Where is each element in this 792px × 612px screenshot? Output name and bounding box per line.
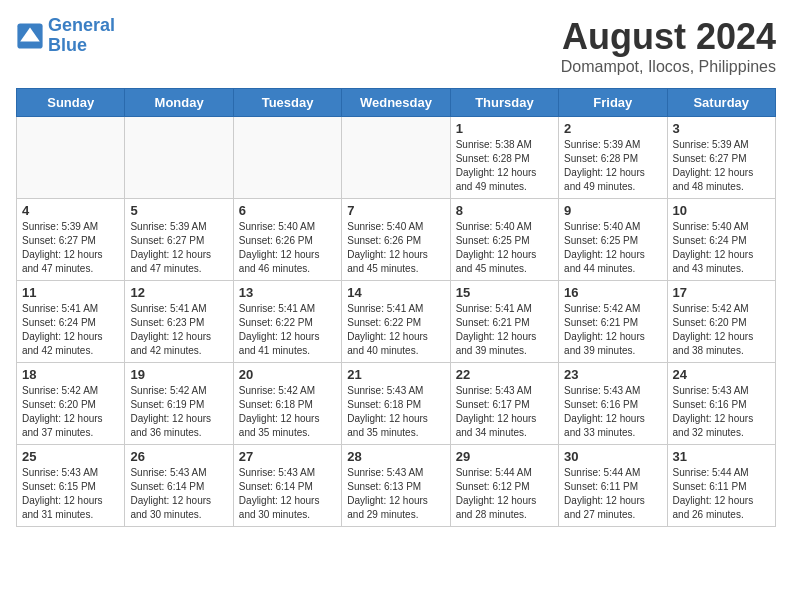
day-number: 28 — [347, 449, 444, 464]
day-info: Sunrise: 5:41 AM Sunset: 6:23 PM Dayligh… — [130, 302, 227, 358]
day-number: 9 — [564, 203, 661, 218]
calendar-cell: 6Sunrise: 5:40 AM Sunset: 6:26 PM Daylig… — [233, 199, 341, 281]
day-number: 8 — [456, 203, 553, 218]
day-number: 17 — [673, 285, 770, 300]
calendar-cell: 20Sunrise: 5:42 AM Sunset: 6:18 PM Dayli… — [233, 363, 341, 445]
week-row-4: 18Sunrise: 5:42 AM Sunset: 6:20 PM Dayli… — [17, 363, 776, 445]
header-tuesday: Tuesday — [233, 89, 341, 117]
day-info: Sunrise: 5:42 AM Sunset: 6:20 PM Dayligh… — [673, 302, 770, 358]
calendar-cell: 13Sunrise: 5:41 AM Sunset: 6:22 PM Dayli… — [233, 281, 341, 363]
day-info: Sunrise: 5:42 AM Sunset: 6:19 PM Dayligh… — [130, 384, 227, 440]
week-row-2: 4Sunrise: 5:39 AM Sunset: 6:27 PM Daylig… — [17, 199, 776, 281]
logo-text: General Blue — [48, 16, 115, 56]
day-number: 29 — [456, 449, 553, 464]
calendar-cell: 1Sunrise: 5:38 AM Sunset: 6:28 PM Daylig… — [450, 117, 558, 199]
logo-line2: Blue — [48, 36, 115, 56]
day-info: Sunrise: 5:44 AM Sunset: 6:12 PM Dayligh… — [456, 466, 553, 522]
calendar-cell: 15Sunrise: 5:41 AM Sunset: 6:21 PM Dayli… — [450, 281, 558, 363]
day-number: 30 — [564, 449, 661, 464]
calendar-cell: 29Sunrise: 5:44 AM Sunset: 6:12 PM Dayli… — [450, 445, 558, 527]
day-info: Sunrise: 5:41 AM Sunset: 6:22 PM Dayligh… — [239, 302, 336, 358]
day-number: 6 — [239, 203, 336, 218]
day-number: 11 — [22, 285, 119, 300]
calendar-cell: 16Sunrise: 5:42 AM Sunset: 6:21 PM Dayli… — [559, 281, 667, 363]
calendar-cell: 7Sunrise: 5:40 AM Sunset: 6:26 PM Daylig… — [342, 199, 450, 281]
calendar-table: SundayMondayTuesdayWednesdayThursdayFrid… — [16, 88, 776, 527]
header-monday: Monday — [125, 89, 233, 117]
calendar-cell: 17Sunrise: 5:42 AM Sunset: 6:20 PM Dayli… — [667, 281, 775, 363]
day-number: 5 — [130, 203, 227, 218]
calendar-cell: 27Sunrise: 5:43 AM Sunset: 6:14 PM Dayli… — [233, 445, 341, 527]
day-number: 25 — [22, 449, 119, 464]
calendar-cell: 12Sunrise: 5:41 AM Sunset: 6:23 PM Dayli… — [125, 281, 233, 363]
header-thursday: Thursday — [450, 89, 558, 117]
day-number: 24 — [673, 367, 770, 382]
day-info: Sunrise: 5:43 AM Sunset: 6:15 PM Dayligh… — [22, 466, 119, 522]
day-number: 22 — [456, 367, 553, 382]
calendar-cell: 23Sunrise: 5:43 AM Sunset: 6:16 PM Dayli… — [559, 363, 667, 445]
day-number: 18 — [22, 367, 119, 382]
day-number: 7 — [347, 203, 444, 218]
week-row-1: 1Sunrise: 5:38 AM Sunset: 6:28 PM Daylig… — [17, 117, 776, 199]
day-number: 15 — [456, 285, 553, 300]
day-number: 31 — [673, 449, 770, 464]
day-number: 20 — [239, 367, 336, 382]
header-saturday: Saturday — [667, 89, 775, 117]
calendar-cell: 3Sunrise: 5:39 AM Sunset: 6:27 PM Daylig… — [667, 117, 775, 199]
day-info: Sunrise: 5:43 AM Sunset: 6:13 PM Dayligh… — [347, 466, 444, 522]
week-row-3: 11Sunrise: 5:41 AM Sunset: 6:24 PM Dayli… — [17, 281, 776, 363]
day-number: 13 — [239, 285, 336, 300]
day-number: 19 — [130, 367, 227, 382]
day-info: Sunrise: 5:40 AM Sunset: 6:25 PM Dayligh… — [564, 220, 661, 276]
day-info: Sunrise: 5:41 AM Sunset: 6:21 PM Dayligh… — [456, 302, 553, 358]
day-number: 12 — [130, 285, 227, 300]
calendar-cell: 28Sunrise: 5:43 AM Sunset: 6:13 PM Dayli… — [342, 445, 450, 527]
day-info: Sunrise: 5:41 AM Sunset: 6:24 PM Dayligh… — [22, 302, 119, 358]
header-wednesday: Wednesday — [342, 89, 450, 117]
calendar-cell: 9Sunrise: 5:40 AM Sunset: 6:25 PM Daylig… — [559, 199, 667, 281]
calendar-cell: 26Sunrise: 5:43 AM Sunset: 6:14 PM Dayli… — [125, 445, 233, 527]
day-info: Sunrise: 5:40 AM Sunset: 6:25 PM Dayligh… — [456, 220, 553, 276]
calendar-cell: 19Sunrise: 5:42 AM Sunset: 6:19 PM Dayli… — [125, 363, 233, 445]
calendar-cell — [125, 117, 233, 199]
page-header: General Blue August 2024 Domampot, Iloco… — [16, 16, 776, 76]
calendar-cell: 14Sunrise: 5:41 AM Sunset: 6:22 PM Dayli… — [342, 281, 450, 363]
calendar-cell: 24Sunrise: 5:43 AM Sunset: 6:16 PM Dayli… — [667, 363, 775, 445]
day-number: 14 — [347, 285, 444, 300]
day-info: Sunrise: 5:42 AM Sunset: 6:20 PM Dayligh… — [22, 384, 119, 440]
day-number: 23 — [564, 367, 661, 382]
header-row: SundayMondayTuesdayWednesdayThursdayFrid… — [17, 89, 776, 117]
day-number: 10 — [673, 203, 770, 218]
calendar-title: August 2024 — [561, 16, 776, 58]
day-number: 16 — [564, 285, 661, 300]
day-info: Sunrise: 5:43 AM Sunset: 6:14 PM Dayligh… — [130, 466, 227, 522]
calendar-cell: 30Sunrise: 5:44 AM Sunset: 6:11 PM Dayli… — [559, 445, 667, 527]
day-info: Sunrise: 5:39 AM Sunset: 6:28 PM Dayligh… — [564, 138, 661, 194]
logo: General Blue — [16, 16, 115, 56]
calendar-cell: 25Sunrise: 5:43 AM Sunset: 6:15 PM Dayli… — [17, 445, 125, 527]
calendar-cell: 21Sunrise: 5:43 AM Sunset: 6:18 PM Dayli… — [342, 363, 450, 445]
calendar-cell: 10Sunrise: 5:40 AM Sunset: 6:24 PM Dayli… — [667, 199, 775, 281]
calendar-cell: 31Sunrise: 5:44 AM Sunset: 6:11 PM Dayli… — [667, 445, 775, 527]
day-info: Sunrise: 5:39 AM Sunset: 6:27 PM Dayligh… — [22, 220, 119, 276]
day-info: Sunrise: 5:39 AM Sunset: 6:27 PM Dayligh… — [130, 220, 227, 276]
logo-line1: General — [48, 15, 115, 35]
day-info: Sunrise: 5:38 AM Sunset: 6:28 PM Dayligh… — [456, 138, 553, 194]
day-info: Sunrise: 5:40 AM Sunset: 6:26 PM Dayligh… — [347, 220, 444, 276]
day-info: Sunrise: 5:43 AM Sunset: 6:17 PM Dayligh… — [456, 384, 553, 440]
day-info: Sunrise: 5:44 AM Sunset: 6:11 PM Dayligh… — [564, 466, 661, 522]
header-sunday: Sunday — [17, 89, 125, 117]
day-info: Sunrise: 5:40 AM Sunset: 6:24 PM Dayligh… — [673, 220, 770, 276]
day-info: Sunrise: 5:42 AM Sunset: 6:21 PM Dayligh… — [564, 302, 661, 358]
day-number: 2 — [564, 121, 661, 136]
day-number: 26 — [130, 449, 227, 464]
day-number: 4 — [22, 203, 119, 218]
calendar-cell — [342, 117, 450, 199]
calendar-subtitle: Domampot, Ilocos, Philippines — [561, 58, 776, 76]
calendar-cell — [233, 117, 341, 199]
week-row-5: 25Sunrise: 5:43 AM Sunset: 6:15 PM Dayli… — [17, 445, 776, 527]
calendar-cell: 18Sunrise: 5:42 AM Sunset: 6:20 PM Dayli… — [17, 363, 125, 445]
calendar-cell — [17, 117, 125, 199]
logo-icon — [16, 22, 44, 50]
day-number: 1 — [456, 121, 553, 136]
